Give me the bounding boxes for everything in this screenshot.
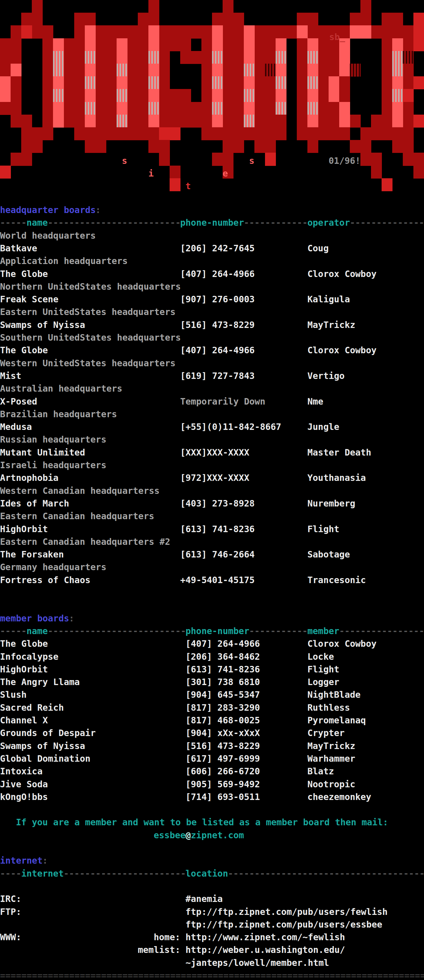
logo-art-block	[148, 76, 159, 89]
hq-board-operator: Sabotage	[307, 548, 350, 561]
logo-art-block	[392, 140, 414, 153]
logo-art-block	[382, 13, 403, 25]
logo-art-block	[329, 89, 340, 102]
section-label-headquarters: headquarter boards	[0, 204, 96, 216]
logo-art-block	[106, 127, 138, 140]
hq-board-operator: Nuremberg	[307, 497, 356, 510]
logo-art-block	[265, 102, 276, 115]
internet-value: ~janteps/lowell/member.html	[186, 956, 329, 969]
logo-art-block	[392, 64, 403, 76]
header-column-label: member	[307, 625, 339, 637]
hq-description: Germany headquarters	[0, 561, 106, 573]
member-board-name: Jive Soda	[0, 778, 48, 791]
internet-sublabel: memlist:	[138, 943, 181, 956]
hq-board-phone: [516] 473-8229	[180, 318, 255, 331]
hq-board-phone: +49-5401-45175	[180, 574, 255, 586]
hq-description: Brazilian headquarters	[0, 408, 117, 420]
header-column-label: location	[186, 867, 228, 880]
member-board-phone: [905] 569-9492	[186, 778, 260, 791]
hq-board-name: Fortress of Chaos	[0, 574, 91, 586]
logo-art-block	[339, 51, 350, 64]
logo-art-block	[138, 13, 159, 25]
logo-art-block	[85, 115, 96, 127]
logo-art-block	[117, 76, 127, 89]
member-board-name: Grounds of Despair	[0, 727, 96, 739]
header-column-label: name	[27, 216, 48, 229]
hq-board-name: The Globe	[0, 267, 48, 280]
logo-art-block	[276, 89, 286, 102]
hq-board-name: Batkave	[0, 242, 37, 255]
hq-board-phone: [+55](0)11-842-8667	[180, 420, 281, 433]
member-board-phone: [516] 473-8229	[186, 740, 260, 752]
logo-art-block	[297, 25, 308, 38]
logo-art-block	[212, 13, 244, 25]
member-board-name: The Angry Llama	[0, 676, 80, 688]
logo-art-block	[21, 13, 43, 25]
member-board-member: Nootropic	[307, 778, 356, 791]
header-dash: ----	[0, 867, 21, 880]
logo-art-block	[392, 51, 403, 64]
header-dash: ----------------	[339, 625, 424, 637]
logo-art-block	[339, 89, 350, 102]
logo-art-block	[212, 51, 223, 64]
logo-art-block	[85, 76, 96, 89]
logo-art-block	[307, 102, 318, 115]
internet-label: FTP:	[0, 905, 21, 918]
hq-board-operator: Jungle	[307, 420, 339, 433]
hq-board-name: Freak Scene	[0, 293, 59, 305]
logo-art-block	[233, 127, 265, 140]
logo-art-block	[244, 102, 255, 115]
logo-art-block	[350, 140, 371, 153]
logo-art-block	[413, 13, 424, 25]
internet-label: IRC:	[0, 892, 21, 905]
member-board-member: Blatz	[307, 765, 334, 778]
scatter-letter: t	[186, 180, 191, 192]
logo-art-block	[265, 38, 276, 51]
logo-art-block	[222, 140, 244, 153]
hq-board-phone: [407] 264-4966	[180, 344, 255, 356]
hq-board-operator: Flight	[307, 523, 339, 535]
hq-board-operator: Coug	[307, 242, 329, 255]
logo-art-block	[392, 115, 403, 127]
logo-art-block	[244, 25, 255, 38]
logo-art-block	[117, 89, 127, 102]
logo-art-block	[117, 51, 127, 64]
logo-art-block	[53, 64, 64, 76]
logo-art-block	[85, 89, 96, 102]
member-board-member: Pyromelanaq	[307, 714, 366, 727]
email-user: essbee	[154, 829, 186, 842]
logo-art-block	[392, 76, 403, 89]
header-dash: ------------	[244, 216, 308, 229]
logo-art-block	[244, 38, 255, 51]
logo-art-block	[0, 76, 11, 89]
logo-art-block	[117, 102, 127, 115]
hq-description: Eastern Canadian headquarters #2	[0, 535, 170, 548]
logo-art-block	[148, 38, 159, 51]
header-column-label: operator	[307, 216, 350, 229]
header-dash: -------------------------	[48, 216, 181, 229]
logo-art-block	[170, 89, 191, 102]
hq-board-phone: [619] 727-7843	[180, 369, 255, 382]
logo-art-block	[170, 115, 202, 127]
logo-art-block	[148, 102, 159, 115]
member-board-name: kOngO!bbs	[0, 791, 48, 803]
logo-art-block	[350, 25, 371, 38]
hq-description: Australian headquarters	[0, 382, 122, 395]
member-board-name: Intoxica	[0, 765, 43, 778]
scatter-letter: e	[222, 167, 228, 180]
logo-art-block	[0, 89, 11, 102]
logo-art-block	[212, 25, 223, 38]
member-board-name: Swamps of Nyissa	[0, 740, 85, 752]
member-board-phone: [606] 266-6720	[186, 765, 260, 778]
logo-art-block	[53, 51, 64, 64]
member-board-member: Warhammer	[307, 752, 356, 765]
member-board-member: Flight	[307, 663, 339, 676]
logo-art-block	[212, 102, 223, 115]
header-dash: -------------------------------------	[228, 867, 424, 880]
logo-art-block	[297, 127, 329, 140]
logo-art-block	[307, 76, 318, 89]
logo-art-block	[21, 127, 53, 140]
member-board-name: Channel X	[0, 714, 48, 727]
logo-art-block	[85, 140, 106, 153]
hq-board-name: X-Posed	[0, 395, 37, 408]
